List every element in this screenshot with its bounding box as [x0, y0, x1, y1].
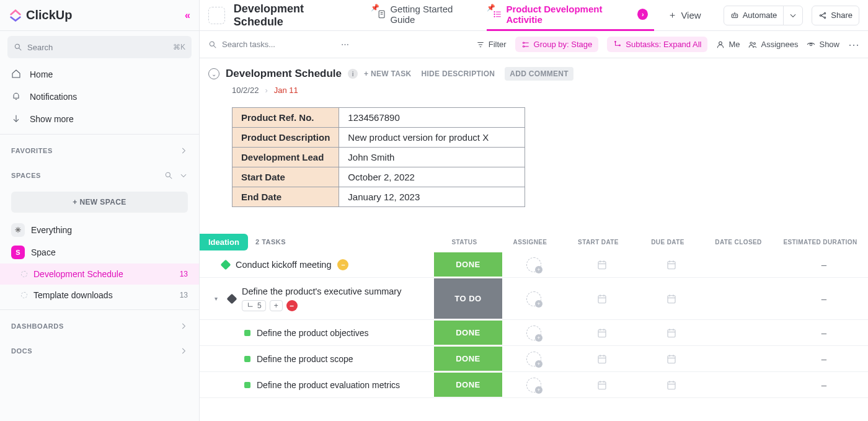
collapse-sidebar-button[interactable]: «: [185, 10, 190, 21]
sidebar-list-templates[interactable]: Template downloads 13: [0, 285, 199, 306]
est-duration-cell[interactable]: –: [780, 278, 868, 319]
col-est[interactable]: ESTIMATED DURATION: [776, 239, 864, 246]
group-stage-badge[interactable]: Ideation: [200, 234, 248, 250]
add-subtask-chip[interactable]: +: [270, 300, 283, 311]
list-due-date[interactable]: Jan 11: [274, 86, 298, 95]
group-by-button[interactable]: Group by: Stage: [515, 37, 599, 52]
nav-show-more[interactable]: Show more: [0, 108, 199, 130]
filter-button[interactable]: Filter: [476, 40, 507, 49]
est-duration-cell[interactable]: –: [780, 346, 868, 371]
svg-point-11: [494, 14, 495, 14]
assignee-cell[interactable]: [502, 252, 565, 277]
share-button[interactable]: Share: [812, 6, 859, 25]
date-closed-cell[interactable]: [704, 252, 780, 277]
space-item[interactable]: S Space: [0, 241, 199, 264]
est-duration-cell[interactable]: –: [780, 320, 868, 345]
task-row[interactable]: Conduct kickoff meeting – DONE –: [200, 252, 868, 278]
more-options-button[interactable]: ⋯: [341, 40, 349, 49]
collapse-doc-caret[interactable]: ⌄: [208, 68, 219, 79]
subtasks-button[interactable]: Subtasks: Expand All: [607, 37, 707, 52]
nav-notifications[interactable]: Notifications: [0, 86, 199, 108]
search-small-icon[interactable]: [164, 171, 173, 180]
status-cell[interactable]: DONE: [434, 252, 502, 277]
chevron-down-icon[interactable]: [179, 171, 188, 180]
new-task-button[interactable]: + NEW TASK: [364, 69, 411, 78]
date-closed-cell[interactable]: [704, 278, 780, 319]
add-comment-button[interactable]: ADD COMMENT: [505, 67, 574, 81]
desc-val[interactable]: 1234567890: [339, 108, 525, 128]
spaces-label: SPACES: [11, 172, 41, 179]
subtask-row[interactable]: Define the product objectives DONE –: [200, 320, 868, 346]
spaces-header[interactable]: SPACES: [0, 163, 199, 188]
status-cell[interactable]: DONE: [434, 321, 502, 345]
subtask-row[interactable]: Define the product evaluation metrics DO…: [200, 372, 868, 398]
start-date-cell[interactable]: [565, 252, 639, 277]
automate-caret[interactable]: [783, 6, 802, 25]
col-due[interactable]: DUE DATE: [635, 239, 701, 246]
dashboards-header[interactable]: DASHBOARDS: [0, 314, 199, 339]
desc-val[interactable]: January 12, 2023: [339, 187, 525, 207]
assignee-cell[interactable]: [502, 346, 565, 371]
due-date-cell[interactable]: [639, 320, 704, 345]
docs-header[interactable]: DOCS: [0, 339, 199, 363]
sidebar-search[interactable]: Search ⌘K: [7, 36, 192, 58]
due-date-cell[interactable]: [639, 346, 704, 371]
show-button[interactable]: Show: [807, 40, 839, 49]
date-closed-cell[interactable]: [704, 346, 780, 371]
date-closed-cell[interactable]: [704, 372, 780, 397]
desc-row: Product DescriptionNew product version f…: [232, 128, 525, 148]
start-date-cell[interactable]: [565, 372, 639, 397]
start-date-cell[interactable]: [565, 346, 639, 371]
desc-val[interactable]: October 2, 2022: [339, 167, 525, 187]
blocked-badge-icon[interactable]: –: [286, 300, 298, 311]
assign-avatar-icon: [526, 257, 541, 272]
desc-val[interactable]: New product version for product X: [339, 128, 525, 148]
est-duration-cell[interactable]: –: [780, 372, 868, 397]
add-view-button[interactable]: ＋ View: [663, 9, 706, 21]
automate-button[interactable]: Automate: [724, 6, 804, 25]
breadcrumb-title[interactable]: Development Schedule: [234, 2, 351, 29]
col-status[interactable]: STATUS: [430, 239, 498, 246]
tab-getting-started[interactable]: 📌 Getting Started Guide: [371, 0, 482, 31]
status-pill-icon[interactable]: –: [337, 259, 348, 270]
col-assignee[interactable]: ASSIGNEE: [498, 239, 562, 246]
status-cell[interactable]: TO DO: [434, 278, 502, 319]
subtask-meta: 5 + –: [242, 300, 401, 311]
new-space-button[interactable]: + NEW SPACE: [11, 192, 188, 213]
due-date-cell[interactable]: [639, 252, 704, 277]
hide-description-button[interactable]: HIDE DESCRIPTION: [422, 69, 495, 78]
start-date-cell[interactable]: [565, 278, 639, 319]
me-button[interactable]: Me: [716, 40, 740, 49]
date-closed-cell[interactable]: [704, 320, 780, 345]
col-closed[interactable]: DATE CLOSED: [701, 239, 776, 246]
info-icon[interactable]: i: [348, 69, 358, 79]
due-date-cell[interactable]: [639, 372, 704, 397]
search-tasks-input[interactable]: Search tasks...: [208, 40, 332, 49]
assignee-cell[interactable]: [502, 278, 565, 319]
toolbar-overflow-button[interactable]: ⋯: [848, 38, 859, 51]
app-logo[interactable]: ClickUp: [9, 8, 72, 22]
status-cell[interactable]: DONE: [434, 373, 502, 397]
space-everything[interactable]: ✳ Everything: [0, 219, 199, 241]
nav-home[interactable]: Home: [0, 63, 199, 86]
start-date-cell[interactable]: [565, 320, 639, 345]
assignee-cell[interactable]: [502, 372, 565, 397]
expand-toggle[interactable]: ▾: [210, 295, 222, 302]
est-duration-cell[interactable]: –: [780, 252, 868, 277]
desc-val[interactable]: John Smith: [339, 148, 525, 167]
subtask-row[interactable]: Define the product scope DONE –: [200, 346, 868, 372]
assignees-button[interactable]: Assignees: [748, 40, 798, 49]
subtask-tree-icon: [246, 301, 255, 310]
sidebar-list-dev-schedule[interactable]: Development Schedule 13: [0, 264, 199, 285]
tab-product-dev[interactable]: 📌 Product Development Activitie ›: [487, 0, 654, 31]
status-cell[interactable]: DONE: [434, 347, 502, 371]
subtask-count-chip[interactable]: 5: [242, 300, 266, 311]
doc-title[interactable]: Development Schedule: [226, 68, 342, 80]
due-date-cell[interactable]: [639, 278, 704, 319]
col-start[interactable]: START DATE: [562, 239, 635, 246]
favorites-header[interactable]: FAVORITES: [0, 138, 199, 163]
tab-expand-icon[interactable]: ›: [637, 9, 648, 20]
task-row[interactable]: ▾ Define the product's executive summary…: [200, 278, 868, 320]
assignee-cell[interactable]: [502, 320, 565, 345]
list-start-date[interactable]: 10/2/22: [232, 86, 259, 95]
